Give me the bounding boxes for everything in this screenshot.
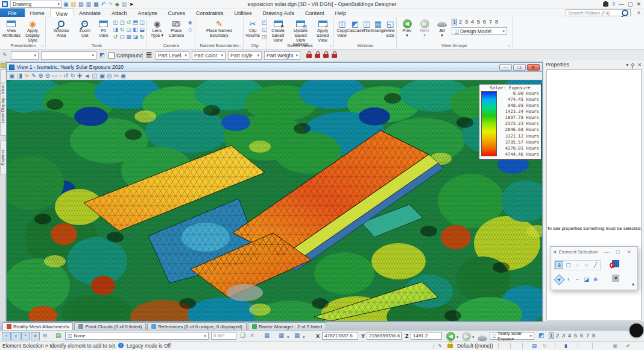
part-weight-select[interactable]: Part Weight▾ <box>264 51 300 60</box>
maximize-button[interactable]: ▢ <box>628 1 633 7</box>
grid-display-icon[interactable]: ▦ <box>294 332 300 339</box>
accusnap-keypoint-icon[interactable]: × <box>11 332 21 340</box>
view-close-button[interactable]: ✕ <box>527 64 540 71</box>
view-walk-icon[interactable]: ↻ <box>139 33 145 40</box>
dialog-launcher-icon[interactable]: ¬ <box>508 44 511 48</box>
dialog-launcher-icon[interactable]: ¬ <box>42 44 44 48</box>
cascade-windows-icon[interactable]: ◩ <box>538 332 544 339</box>
element-selection-title-bar[interactable]: ➤ Element Selection — ▢ ✕ <box>551 247 637 256</box>
view-group-selector[interactable]: ◫ Design Model ▾ <box>452 27 507 35</box>
tab-file[interactable]: File <box>0 8 25 17</box>
render-icon[interactable]: ◎ <box>107 72 112 80</box>
view-back-icon[interactable]: ▦ <box>125 33 132 40</box>
view-next-icon[interactable]: ◳ <box>119 19 125 26</box>
chevron-down-icon[interactable]: ▾ <box>626 62 628 68</box>
view-restore-button[interactable]: ❏ <box>513 64 526 71</box>
select-line-icon[interactable]: ╱ <box>592 261 599 269</box>
lock-weight-icon[interactable] <box>332 54 337 58</box>
dialog-launcher-icon[interactable]: ¬ <box>330 44 332 48</box>
snap-mode-icon[interactable]: ⊞ <box>40 332 49 340</box>
view-cube-front-icon[interactable]: ◨ <box>112 26 119 33</box>
lock-status-icon[interactable] <box>447 344 453 348</box>
pan-icon[interactable]: ✚ <box>77 72 82 80</box>
x-coordinate-field[interactable]: 478213587.6 <box>322 332 358 340</box>
tab-level-display[interactable]: Level Display - View 1 <box>0 69 6 136</box>
notification-bubble[interactable] <box>630 323 643 337</box>
chevron-down-icon[interactable]: ▾ <box>456 334 459 341</box>
help-icon[interactable]: ? <box>612 1 615 7</box>
view-toggle-8[interactable]: 8 <box>591 332 596 339</box>
view-toggle-1[interactable]: 1 <box>549 332 554 339</box>
dialog-launcher-icon[interactable]: ¬ <box>239 44 242 48</box>
pin-icon[interactable] <box>631 63 634 66</box>
y-coordinate-field[interactable]: 2156559336.6 <box>367 332 402 340</box>
view-left-icon[interactable]: ◪ <box>132 33 139 40</box>
save-status-icon[interactable]: ▤ <box>532 343 537 349</box>
lock-style-icon[interactable] <box>323 54 329 58</box>
view-toggle-3[interactable]: 3 <box>561 332 566 339</box>
rotate-left-icon[interactable]: ↺ <box>63 72 68 80</box>
compound-checkbox[interactable] <box>109 52 115 59</box>
manage-configuration-icon[interactable]: ▣ <box>63 1 69 8</box>
accudraw-toggle-icon[interactable]: ✦ <box>31 332 40 340</box>
all-views-icon[interactable] <box>478 336 487 341</box>
select-invert-icon[interactable]: ◪ <box>582 276 590 284</box>
dialog-close-button[interactable]: ✕ <box>627 249 631 255</box>
grid-lock-icon[interactable]: ▦ <box>264 332 270 339</box>
tab-annotate[interactable]: Annotate <box>74 8 106 17</box>
view-toggle-3[interactable]: 3 <box>464 19 469 25</box>
view-fly-icon[interactable]: ↺ <box>112 33 119 40</box>
chevron-down-icon[interactable]: ▾ <box>303 334 305 341</box>
next-view-group-icon[interactable]: ▶ <box>462 332 471 341</box>
view-bottom-icon[interactable]: ◱ <box>119 33 125 40</box>
z-coordinate-field[interactable]: 1491.2 <box>411 332 442 340</box>
lock-level-icon[interactable] <box>306 54 312 58</box>
selection-mode-block-icon[interactable] <box>612 260 619 267</box>
search-ribbon-input[interactable]: Search Ribbon (F4) ⌕ <box>566 9 631 16</box>
view-previous-icon[interactable]: ◰ <box>112 19 119 26</box>
fit-view-icon[interactable]: ▫ <box>60 72 62 80</box>
select-add-icon[interactable]: + <box>564 276 572 284</box>
view-group-select[interactable]: ◫ Yearly Solar Exposur ▾ <box>490 332 534 340</box>
accusnap-nearest-icon[interactable]: * <box>21 332 30 340</box>
connection-status-icon[interactable]: ✔ <box>626 343 630 349</box>
print-icon[interactable]: ▤ <box>122 1 127 8</box>
copy-view-icon[interactable]: ◫ <box>92 72 97 80</box>
tab-home[interactable]: Home <box>25 8 50 17</box>
view-cube-right-icon[interactable]: ⬓ <box>139 26 145 33</box>
view-toggle-7[interactable]: 7 <box>585 332 590 339</box>
all-views-button[interactable]: All▾ <box>434 18 450 39</box>
part-color-select[interactable]: Part Color▾ <box>192 51 226 60</box>
view-toggle-1[interactable]: 1 <box>452 19 457 25</box>
active-locks-select[interactable]: ◫ None ▾ <box>65 332 209 340</box>
camera-setup-icon[interactable]: ◈ <box>187 19 194 26</box>
close-button[interactable]: ✕ <box>636 1 641 7</box>
view-cube-top-icon[interactable]: ◫ <box>139 19 145 26</box>
create-saved-view-button[interactable]: ➤ Create Saved View <box>268 18 288 43</box>
view-cube-iso-icon[interactable]: ◧ <box>132 26 139 33</box>
view-display-mode-icon[interactable]: ▣ <box>9 72 14 80</box>
collapse-ribbon-icon[interactable]: ∧ <box>637 10 640 15</box>
place-camera-button[interactable]: Place Camera <box>166 18 186 39</box>
arrange-button[interactable]: ▦ Arrange <box>371 18 385 34</box>
zoom-out-button[interactable]: − Zoom Out <box>75 18 95 39</box>
display-style-icon[interactable]: ◨ <box>16 72 22 80</box>
pattern-icon[interactable]: ✕ <box>250 332 254 339</box>
line-weight-icon[interactable]: ☰ <box>146 51 152 59</box>
redo-icon[interactable]: ↷ <box>108 1 113 8</box>
deselect-all-icon[interactable] <box>612 275 619 282</box>
sync-status-icon[interactable]: ↻ <box>543 343 547 349</box>
dialog-maximize-button[interactable]: ▢ <box>616 249 620 255</box>
save-settings-icon[interactable]: ▥ <box>86 1 92 8</box>
minimize-button[interactable]: — <box>619 1 624 7</box>
apply-saved-view-button[interactable]: ➤ Apply Saved View <box>313 18 332 43</box>
view-toggle-6[interactable]: 6 <box>482 19 487 25</box>
window-area-button[interactable]: Window Area <box>48 18 74 39</box>
update-view-icon[interactable]: ↺ <box>125 19 132 26</box>
view-toggle-5[interactable]: 5 <box>573 332 578 339</box>
tab-drawing-aids[interactable]: Drawing Aids <box>257 8 300 17</box>
lock-color-icon[interactable] <box>315 54 320 58</box>
select-individual-icon[interactable]: ⊕ <box>555 261 563 269</box>
open-folder-icon[interactable]: ▨ <box>71 1 77 8</box>
tab-view[interactable]: View <box>50 8 74 17</box>
